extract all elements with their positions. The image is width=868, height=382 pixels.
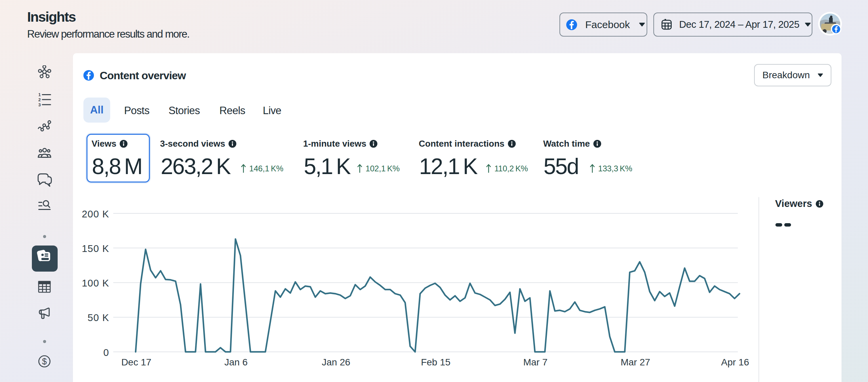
svg-text:Mar 7: Mar 7 (523, 357, 548, 367)
svg-text:150 K: 150 K (82, 243, 109, 254)
svg-text:3: 3 (38, 102, 41, 107)
svg-text:Jan 6: Jan 6 (224, 357, 248, 367)
svg-text:50 K: 50 K (87, 312, 109, 323)
svg-text:200 K: 200 K (82, 209, 109, 219)
svg-text:$: $ (42, 357, 47, 366)
svg-text:Feb 15: Feb 15 (421, 357, 450, 367)
svg-text:Apr 16: Apr 16 (721, 357, 749, 367)
svg-text:1: 1 (38, 92, 41, 97)
svg-text:Mar 27: Mar 27 (620, 357, 650, 367)
svg-text:Dec 17: Dec 17 (121, 357, 152, 367)
svg-text:2: 2 (38, 97, 41, 102)
svg-text:0: 0 (103, 347, 109, 358)
svg-text:100 K: 100 K (82, 278, 109, 289)
svg-text:Jan 26: Jan 26 (322, 357, 350, 367)
